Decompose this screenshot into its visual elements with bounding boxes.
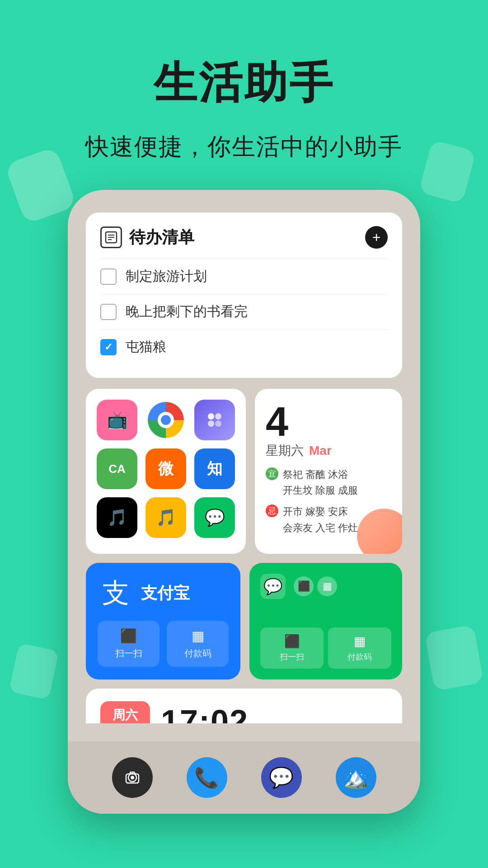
- chrome-app-icon[interactable]: [145, 400, 186, 440]
- add-todo-button[interactable]: +: [365, 226, 388, 249]
- lucky-items: 祭祀 斋醮 沐浴 开生坟 除服 成服: [283, 467, 358, 498]
- svg-point-7: [215, 420, 221, 427]
- media-app-icon[interactable]: 📺: [97, 400, 137, 440]
- app-grid-widget: 📺 CA: [86, 389, 246, 554]
- todo-item-1[interactable]: 制定旅游计划: [100, 259, 388, 294]
- alipay-scan-button[interactable]: ⬛ 扫一扫: [98, 621, 160, 667]
- checkbox-3[interactable]: [100, 339, 117, 355]
- alipay-header: 支 支付宝: [98, 576, 229, 612]
- phone-dock-icon[interactable]: 📞: [187, 757, 227, 798]
- wechat-pay-button[interactable]: ▦ 付款码: [328, 627, 391, 669]
- ca-app-icon[interactable]: CA: [97, 448, 137, 489]
- todo-title: 待办清单: [129, 226, 194, 249]
- calendar-day-info: 星期六 Mar: [266, 442, 391, 459]
- alipay-widget[interactable]: 支 支付宝 ⬛ 扫一扫 ▦ 付款码: [86, 563, 240, 679]
- pay-code-icon: ▦: [192, 628, 204, 644]
- wechat-pay-label: 付款码: [347, 651, 372, 662]
- svg-point-5: [215, 413, 221, 420]
- checkbox-2[interactable]: [100, 304, 117, 320]
- svg-point-6: [208, 420, 214, 427]
- wechat-pay-mini-icon: ▦: [317, 576, 337, 596]
- unlucky-items: 开市 嫁娶 安床 会亲友 入宅 作灶: [283, 504, 358, 535]
- wechat-pay-icon: ▦: [354, 634, 366, 649]
- calendar-month: Mar: [309, 443, 332, 458]
- wechat-actions: ⬛ 扫一扫 ▦ 付款码: [260, 627, 391, 669]
- calendar-widget: 4 星期六 Mar 宜 祭祀 斋醮 沐浴 开生坟 除服 成服 忌 开市 嫁娶 安…: [255, 389, 402, 554]
- wechat-logo: 💬: [260, 574, 286, 599]
- todo-list-icon: [100, 226, 122, 248]
- message-dock-icon[interactable]: 💬: [261, 757, 302, 798]
- unlucky-badge: 忌: [266, 505, 278, 517]
- lucky-badge: 宜: [266, 467, 278, 480]
- clock-day-badge: 周六 Sat: [100, 701, 150, 723]
- wechat-scan-mini-icon: ⬛: [294, 576, 314, 596]
- alipay-pay-label: 付款码: [184, 647, 211, 660]
- todo-header-left: 待办清单: [100, 226, 194, 249]
- wechat-pay-widget: 💬 ⬛ ▦ ⬛ 扫一扫 ▦ 付款码: [249, 563, 402, 679]
- subtitle: 快速便捷，你生活中的小助手: [0, 131, 488, 163]
- gallery-dock-icon[interactable]: 🏔️: [336, 757, 376, 798]
- deco-shape-bottom-right: [425, 624, 484, 691]
- clock-widget: 周六 Sat 17:02: [86, 689, 402, 723]
- alipay-buttons: ⬛ 扫一扫 ▦ 付款码: [98, 621, 229, 667]
- svg-point-9: [131, 776, 134, 779]
- dashboard-app-icon[interactable]: [194, 400, 235, 440]
- checkbox-1[interactable]: [100, 269, 117, 285]
- bottom-dock: 📞 💬 🏔️: [68, 741, 420, 814]
- clock-weekday: 周六: [109, 707, 141, 723]
- deco-shape-bottom-left: [9, 643, 59, 700]
- todo-item-2[interactable]: 晚上把剩下的书看完: [100, 294, 388, 329]
- todo-widget: 待办清单 + 制定旅游计划 晚上把剩下的书看完 屯猫粮: [86, 212, 402, 378]
- scan-icon: ⬛: [120, 628, 137, 644]
- wechat-header: 💬 ⬛ ▦: [260, 574, 391, 599]
- wechat-scan-label: 扫一扫: [280, 651, 304, 662]
- main-title: 生活助手: [0, 54, 488, 113]
- alipay-pay-button[interactable]: ▦ 付款码: [167, 621, 229, 667]
- middle-row: 📺 CA: [86, 389, 402, 554]
- app-grid: 📺 CA: [97, 400, 235, 538]
- todo-header: 待办清单 +: [100, 226, 388, 249]
- calendar-date: 4: [266, 401, 391, 442]
- calendar-lucky-row: 宜 祭祀 斋醮 沐浴 开生坟 除服 成服: [266, 467, 391, 498]
- calendar-weekday: 星期六: [266, 442, 304, 459]
- alipay-scan-label: 扫一扫: [115, 647, 142, 660]
- music-app-icon[interactable]: 🎵: [145, 497, 186, 538]
- wechat-scan-button[interactable]: ⬛ 扫一扫: [260, 627, 324, 669]
- svg-point-4: [208, 413, 214, 420]
- content-area: 待办清单 + 制定旅游计划 晚上把剩下的书看完 屯猫粮: [86, 212, 402, 723]
- weibo-app-icon[interactable]: 微: [145, 448, 186, 489]
- todo-text-2: 晚上把剩下的书看完: [126, 302, 248, 321]
- todo-item-3[interactable]: 屯猫粮: [100, 329, 388, 364]
- wechat-scan-icon: ⬛: [284, 634, 300, 649]
- wechat-small-icon[interactable]: 💬: [194, 497, 235, 538]
- todo-text-1: 制定旅游计划: [126, 267, 207, 286]
- phone-mockup: 待办清单 + 制定旅游计划 晚上把剩下的书看完 屯猫粮: [68, 190, 420, 814]
- payment-row: 支 支付宝 ⬛ 扫一扫 ▦ 付款码 💬: [86, 563, 402, 679]
- camera-dock-icon[interactable]: [112, 757, 153, 798]
- tiktok-app-icon[interactable]: 🎵: [97, 497, 137, 538]
- alipay-name: 支付宝: [141, 582, 190, 604]
- zhihu-app-icon[interactable]: 知: [194, 448, 235, 489]
- header-section: 生活助手 快速便捷，你生活中的小助手: [0, 0, 488, 190]
- todo-text-3: 屯猫粮: [126, 338, 166, 356]
- alipay-logo: 支: [98, 576, 134, 612]
- clock-time: 17:02: [161, 703, 249, 723]
